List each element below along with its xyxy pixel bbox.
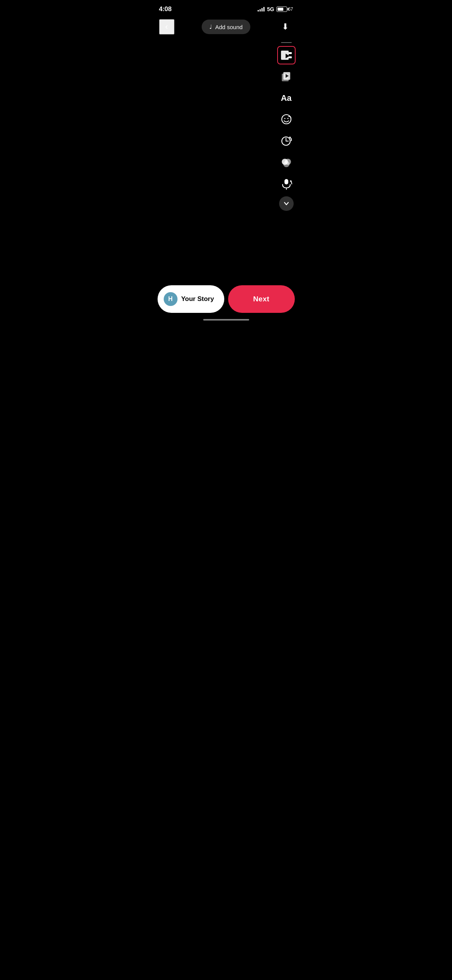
status-time: 4:08 bbox=[159, 5, 172, 13]
svg-point-8 bbox=[284, 118, 285, 119]
cards-icon bbox=[280, 71, 293, 83]
video-template-button[interactable] bbox=[277, 46, 296, 64]
back-button[interactable]: ‹ bbox=[159, 19, 174, 35]
your-story-label: Your Story bbox=[181, 295, 214, 303]
download-button[interactable]: ⬇ bbox=[278, 19, 293, 35]
sticker-icon bbox=[280, 113, 293, 126]
svg-point-15 bbox=[283, 161, 289, 167]
voice-button[interactable] bbox=[277, 175, 296, 193]
signal-bars-icon bbox=[258, 7, 265, 12]
battery-icon: 67 bbox=[276, 7, 293, 12]
sticker-button[interactable] bbox=[277, 110, 296, 129]
signal-bar-3 bbox=[261, 8, 263, 12]
add-sound-button[interactable]: ♩ Add sound bbox=[202, 20, 250, 34]
cards-button[interactable] bbox=[277, 67, 296, 86]
color-filter-icon bbox=[280, 156, 293, 169]
battery-percent: 67 bbox=[288, 7, 293, 12]
avatar-initial: H bbox=[168, 296, 173, 303]
avatar: H bbox=[164, 292, 178, 306]
header: ‹ ♩ Add sound ⬇ bbox=[151, 16, 301, 38]
toolbar-divider bbox=[281, 42, 292, 43]
voice-icon bbox=[280, 178, 293, 190]
more-button[interactable] bbox=[279, 196, 294, 211]
clock-effect-icon bbox=[280, 135, 293, 147]
download-icon: ⬇ bbox=[282, 22, 289, 32]
chevron-down-icon bbox=[283, 200, 290, 207]
add-sound-label: Add sound bbox=[215, 24, 243, 30]
home-indicator bbox=[203, 319, 249, 321]
text-button[interactable]: Aa bbox=[277, 89, 296, 107]
svg-point-9 bbox=[287, 118, 288, 119]
text-icon: Aa bbox=[281, 93, 291, 103]
signal-bar-4 bbox=[263, 7, 265, 12]
network-type: 5G bbox=[267, 6, 274, 12]
battery-fill bbox=[278, 8, 283, 11]
video-template-icon bbox=[280, 49, 293, 61]
main-content: Aa bbox=[151, 38, 301, 280]
svg-rect-16 bbox=[284, 179, 288, 184]
status-bar: 4:08 5G 67 bbox=[151, 0, 301, 16]
clock-effect-button[interactable] bbox=[277, 132, 296, 150]
color-filter-button[interactable] bbox=[277, 153, 296, 172]
next-button[interactable]: Next bbox=[228, 285, 295, 313]
signal-bar-1 bbox=[258, 10, 259, 12]
status-right: 5G 67 bbox=[258, 6, 293, 12]
bottom-bar: H Your Story Next bbox=[151, 281, 301, 324]
svg-rect-3 bbox=[289, 56, 292, 58]
right-toolbar: Aa bbox=[277, 42, 296, 211]
music-icon: ♩ bbox=[209, 23, 212, 30]
your-story-button[interactable]: H Your Story bbox=[158, 285, 224, 313]
svg-rect-2 bbox=[289, 52, 292, 54]
signal-bar-2 bbox=[260, 9, 261, 12]
battery-shell bbox=[276, 7, 287, 12]
next-label: Next bbox=[253, 295, 269, 303]
